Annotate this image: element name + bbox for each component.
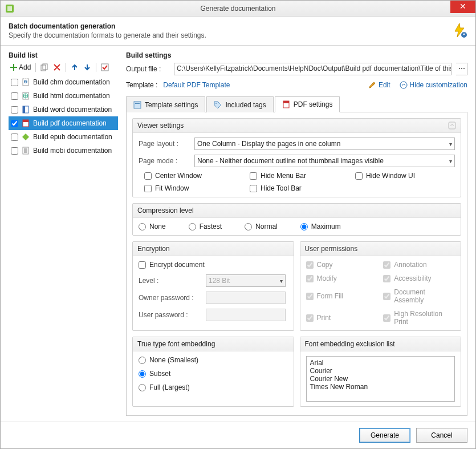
generate-button[interactable]: Generate: [359, 428, 410, 443]
build-item-checkbox[interactable]: [11, 79, 18, 86]
pdf-icon: [22, 119, 30, 127]
user-password-label: User password :: [139, 311, 201, 319]
svg-rect-23: [283, 101, 289, 103]
exclusion-item[interactable]: Arial: [310, 359, 451, 367]
fit-window-checkbox[interactable]: Fit Window: [144, 184, 244, 192]
build-item-checkbox[interactable]: [11, 120, 18, 127]
edit-template-link[interactable]: Edit: [368, 81, 390, 89]
compression-none-radio[interactable]: None: [139, 223, 166, 230]
plus-icon: [10, 63, 18, 71]
viewer-settings-group: Viewer settings Page layout : One Column…: [132, 118, 461, 197]
font-embed-full-radio[interactable]: Full (Largest): [139, 383, 288, 391]
exclusion-item[interactable]: Courier: [310, 367, 451, 375]
check-all-button[interactable]: [100, 63, 110, 72]
generate-documentation-dialog: Generate documentation ✕ Batch documenta…: [0, 0, 476, 449]
move-down-button[interactable]: [82, 63, 92, 72]
template-name-link[interactable]: Default PDF Template: [163, 81, 230, 89]
hide-window-ui-checkbox[interactable]: Hide Window UI: [355, 172, 455, 180]
svg-rect-15: [23, 120, 29, 122]
compression-title: Compression level: [137, 207, 194, 215]
compression-normal-radio[interactable]: Normal: [245, 223, 278, 230]
epub-icon: [22, 133, 30, 141]
perm-highres-checkbox: High Resolution Print: [383, 310, 455, 326]
build-item-label: Build pdf documentation: [33, 119, 107, 127]
encryption-title: Encryption: [137, 245, 170, 253]
build-item-checkbox[interactable]: [11, 106, 18, 114]
build-list-toolbar: Add: [9, 63, 118, 72]
perm-annotation-checkbox: Annotation: [383, 261, 455, 269]
titlebar: Generate documentation ✕: [1, 1, 475, 17]
user-password-input: [206, 309, 286, 321]
pencil-icon: [368, 81, 376, 89]
perm-formfill-checkbox: Form Fill: [306, 288, 378, 304]
owner-password-input: [206, 292, 286, 304]
chevron-down-icon: ▾: [449, 141, 452, 147]
build-list-panel: Build list Add ?Build chm documentationB…: [9, 51, 118, 416]
build-item-label: Build mobi documentation: [33, 147, 112, 155]
build-list-item[interactable]: Build html documentation: [9, 89, 118, 103]
perm-copy-checkbox: Copy: [306, 261, 378, 269]
build-settings-title: Build settings: [126, 51, 467, 59]
settings-tabs: Template settings Included tags PDF sett…: [126, 96, 467, 112]
build-item-checkbox[interactable]: [11, 147, 18, 155]
move-up-button[interactable]: [70, 63, 80, 72]
add-button[interactable]: Add: [9, 63, 32, 72]
delete-icon: [53, 63, 61, 71]
window-title: Generate documentation: [1, 5, 475, 13]
build-list-item[interactable]: Build pdf documentation: [9, 116, 118, 130]
svg-point-21: [215, 103, 217, 104]
encryption-group: Encryption Encrypt document Level : 128 …: [132, 241, 294, 331]
font-embed-none-radio[interactable]: None (Smallest): [139, 356, 288, 364]
font-embed-subset-radio[interactable]: Subset: [139, 370, 288, 378]
exclusion-item[interactable]: Times New Roman: [310, 383, 451, 391]
chm-icon: ?: [22, 78, 30, 86]
chevron-down-icon: ▾: [280, 278, 283, 284]
build-list-item[interactable]: Build mobi documentation: [9, 144, 118, 157]
font-embedding-group: True type font embedding None (Smallest)…: [132, 337, 294, 407]
svg-rect-6: [101, 64, 108, 71]
page-layout-label: Page layout :: [139, 140, 190, 148]
group-collapse-icon[interactable]: [448, 122, 456, 130]
build-item-checkbox[interactable]: [11, 134, 18, 141]
build-list-item[interactable]: Build epub documentation: [9, 130, 118, 144]
tab-template-settings[interactable]: Template settings: [126, 96, 205, 112]
build-list: ?Build chm documentationBuild html docum…: [9, 75, 118, 157]
tab-included-tags[interactable]: Included tags: [206, 96, 273, 112]
cancel-button[interactable]: Cancel: [416, 428, 467, 443]
encrypt-document-checkbox[interactable]: Encrypt document: [139, 261, 205, 269]
font-exclusion-list[interactable]: ArialCourierCourier NewTimes New Roman: [306, 356, 455, 402]
hide-tool-bar-checkbox[interactable]: Hide Tool Bar: [250, 184, 349, 192]
duplicate-button[interactable]: [39, 63, 50, 72]
close-button[interactable]: ✕: [450, 1, 475, 13]
dialog-footer: Generate Cancel: [1, 422, 475, 448]
hide-customization-link[interactable]: Hide customization: [400, 81, 467, 89]
svg-rect-20: [135, 103, 140, 104]
hide-menu-bar-checkbox[interactable]: Hide Menu Bar: [250, 172, 349, 180]
encryption-level-label: Level :: [139, 277, 201, 285]
output-file-input[interactable]: C:\Users\KellyFitzpatrick\Documents\Help…: [174, 63, 451, 75]
compression-fastest-radio[interactable]: Fastest: [189, 223, 222, 230]
center-window-checkbox[interactable]: Center Window: [144, 172, 244, 180]
browse-output-button[interactable]: ⋯: [456, 63, 467, 75]
pdf-settings-body: Viewer settings Page layout : One Column…: [126, 112, 467, 416]
build-list-item[interactable]: ?Build chm documentation: [9, 75, 118, 89]
font-exclusion-group: Font embedding exclusion list ArialCouri…: [300, 337, 462, 407]
build-item-checkbox[interactable]: [11, 92, 18, 100]
template-label: Template :: [126, 81, 157, 89]
perm-docassembly-checkbox: Document Assembly: [383, 288, 455, 304]
tab-pdf-settings[interactable]: PDF settings: [275, 96, 340, 112]
perm-modify-checkbox: Modify: [306, 274, 378, 282]
header-title: Batch documentation generation: [9, 22, 206, 30]
tags-icon: [214, 101, 222, 109]
compression-maximum-radio[interactable]: Maximum: [300, 223, 341, 230]
check-icon: [101, 63, 109, 71]
header: Batch documentation generation Specify t…: [1, 17, 475, 46]
build-list-item[interactable]: Build word documentation: [9, 103, 118, 116]
exclusion-item[interactable]: Courier New: [310, 375, 451, 383]
page-mode-select[interactable]: None - Neither document outline not thum…: [194, 155, 455, 167]
duplicate-icon: [40, 63, 48, 71]
delete-button[interactable]: [52, 63, 62, 72]
svg-rect-24: [449, 122, 455, 129]
page-layout-select[interactable]: One Column - Display the pages in one co…: [194, 137, 455, 150]
build-item-label: Build html documentation: [33, 92, 110, 100]
